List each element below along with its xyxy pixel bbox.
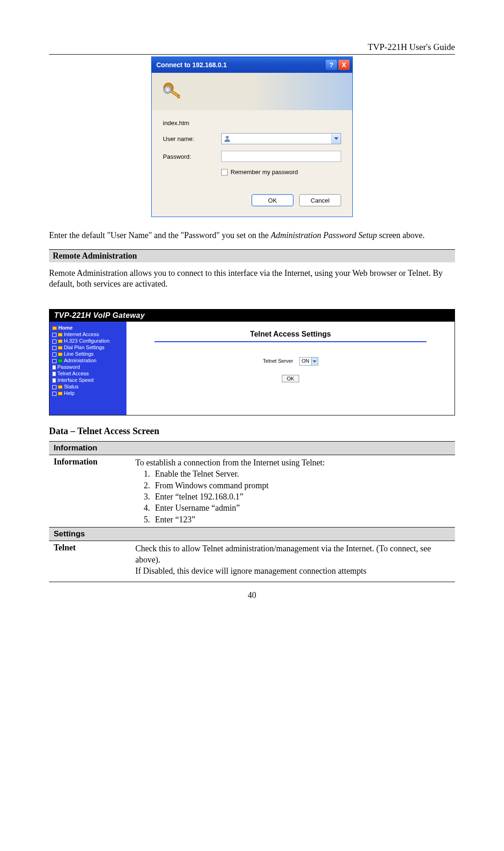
remember-label: Remember my password <box>231 169 298 176</box>
password-input[interactable] <box>221 151 341 162</box>
subheading-data-telnet: Data – Telnet Access Screen <box>49 426 455 436</box>
expand-icon <box>52 352 56 357</box>
user-icon <box>224 135 231 142</box>
dialog-body: index.htm User name: Password: <box>152 110 352 217</box>
dialog-titlebar: Connect to 192.168.0.1 ? X <box>152 57 352 73</box>
nav-password[interactable]: Password <box>52 364 125 370</box>
intro-text-1: Enter the default "User Name" and the "P… <box>49 231 271 240</box>
remember-row: Remember my password <box>221 169 341 176</box>
expand-icon <box>52 385 56 389</box>
telnet-val-line1: Check this to allow Telnet administratio… <box>135 543 450 566</box>
folder-open-icon <box>58 359 63 363</box>
page-number: 40 <box>49 591 455 600</box>
nav-home[interactable]: Home <box>52 324 125 331</box>
info-step-4: Enter Username “admin” <box>152 502 450 513</box>
cancel-button[interactable]: Cancel <box>299 194 341 206</box>
nav-telnet-access[interactable]: Telnet Access <box>52 370 125 377</box>
table-key-telnet: Telnet <box>49 541 131 579</box>
telnet-server-value: ON <box>301 358 309 364</box>
nav-h323[interactable]: H.323 Configuration <box>52 338 125 344</box>
expand-icon <box>52 392 56 396</box>
svg-point-6 <box>226 136 229 139</box>
dialog-button-row: OK Cancel <box>163 194 341 206</box>
telnet-server-label: Telnet Server <box>263 358 293 364</box>
info-step-5: Enter “123” <box>152 514 450 525</box>
gateway-main: Telnet Access Settings Telnet Server ON … <box>126 322 455 415</box>
telnet-server-select[interactable]: ON <box>299 357 318 366</box>
gateway-nav: Home Internet Access H.323 Configuration… <box>49 322 126 415</box>
doc-icon <box>52 378 56 383</box>
expand-icon <box>52 339 56 344</box>
nav-interface-speed[interactable]: Interface Speed <box>52 377 125 383</box>
ok-button[interactable]: OK <box>252 194 294 206</box>
doc-icon <box>52 365 56 370</box>
nav-administration[interactable]: Administration <box>52 357 125 364</box>
info-step-3: Enter “telnet 192.168.0.1” <box>152 491 450 502</box>
nav-line-settings[interactable]: Line Settings <box>52 351 125 357</box>
table-val-telnet: Check this to allow Telnet administratio… <box>131 541 455 579</box>
table-head-information: Information <box>49 442 455 455</box>
info-step-1: Enable the Telnet Server. <box>152 468 450 479</box>
help-icon[interactable]: ? <box>326 60 337 70</box>
dropdown-arrow-icon <box>311 358 318 365</box>
intro-text-2: screen above. <box>377 231 425 240</box>
keys-icon <box>162 80 184 103</box>
remember-checkbox[interactable] <box>221 169 228 176</box>
gateway-rule <box>154 341 427 342</box>
connect-dialog: Connect to 192.168.0.1 ? X index.htm <box>151 56 353 217</box>
nav-internet-access[interactable]: Internet Access <box>52 331 125 338</box>
header-rule <box>49 54 455 55</box>
flag-icon <box>52 326 57 330</box>
svg-point-5 <box>166 88 169 91</box>
intro-text-italic: Administration Password Setup <box>271 231 377 240</box>
info-intro: To establish a connection from the Inter… <box>135 457 450 468</box>
table-head-settings: Settings <box>49 527 455 541</box>
data-table: Information Information To establish a c… <box>49 441 455 579</box>
gateway-title: TVP-221H VoIP Gateway <box>49 309 455 322</box>
info-step-2: From Windows command prompt <box>152 480 450 491</box>
expand-icon <box>52 333 56 337</box>
telnet-server-row: Telnet Server ON <box>136 357 445 366</box>
folder-icon <box>58 333 63 337</box>
table-key-information: Information <box>49 455 131 527</box>
close-icon[interactable]: X <box>338 60 350 70</box>
intro-paragraph: Enter the default "User Name" and the "P… <box>49 230 455 241</box>
telnet-val-line2: If Disabled, this device will ignore man… <box>135 565 450 577</box>
remote-admin-paragraph: Remote Administration allows you to conn… <box>49 268 455 289</box>
nav-dial-plan[interactable]: Dial Plan Settings <box>52 344 125 351</box>
folder-icon <box>58 352 63 356</box>
page-header-title: TVP-221H User's Guide <box>49 42 455 52</box>
collapse-icon <box>52 359 56 363</box>
section-heading-remote-admin: Remote Administration <box>49 249 455 262</box>
dialog-banner <box>152 73 352 110</box>
folder-icon <box>58 339 63 343</box>
folder-icon <box>58 346 63 350</box>
folder-icon <box>58 385 63 389</box>
gateway-screenshot: TVP-221H VoIP Gateway Home Internet Acce… <box>49 309 455 415</box>
table-val-information: To establish a connection from the Inter… <box>131 455 455 527</box>
connect-dialog-figure: Connect to 192.168.0.1 ? X index.htm <box>49 56 455 217</box>
username-label: User name: <box>163 135 221 142</box>
doc-icon <box>52 372 56 376</box>
gateway-ok-button[interactable]: OK <box>282 375 300 382</box>
svg-rect-3 <box>178 95 180 98</box>
expand-icon <box>52 346 56 350</box>
username-input[interactable] <box>221 133 341 144</box>
folder-icon <box>58 392 63 395</box>
password-label: Password: <box>163 153 221 160</box>
dialog-title-text: Connect to 192.168.0.1 <box>156 61 324 69</box>
gateway-main-title: Telnet Access Settings <box>136 330 445 338</box>
dropdown-arrow-icon[interactable] <box>331 134 341 144</box>
nav-status[interactable]: Status <box>52 383 125 390</box>
nav-help[interactable]: Help <box>52 390 125 396</box>
realm-text: index.htm <box>163 120 221 127</box>
footer-rule <box>49 582 455 582</box>
